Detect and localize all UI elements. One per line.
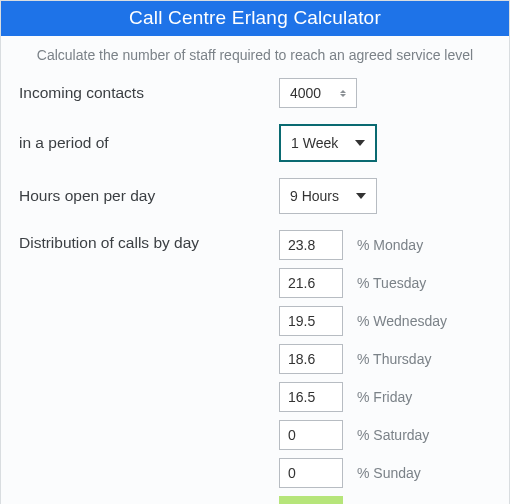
dist-suffix-monday: % Monday [357,237,423,253]
row-distribution: Distribution of calls by day % Monday % … [19,230,491,504]
label-incoming: Incoming contacts [19,84,279,102]
row-incoming: Incoming contacts 4000 [19,78,491,108]
label-hours: Hours open per day [19,187,279,205]
erlang-calculator-panel: Call Centre Erlang Calculator Calculate … [0,0,510,504]
dist-suffix-friday: % Friday [357,389,412,405]
dist-row-friday: % Friday [279,382,447,412]
dist-input-wednesday[interactable] [279,306,343,336]
chevron-down-icon [355,140,365,146]
dist-row-tuesday: % Tuesday [279,268,447,298]
dist-input-saturday[interactable] [279,420,343,450]
chevron-down-icon [356,193,366,199]
dist-row-monday: % Monday [279,230,447,260]
dist-suffix-sunday: % Sunday [357,465,421,481]
label-distribution: Distribution of calls by day [19,230,279,252]
dist-input-monday[interactable] [279,230,343,260]
dist-input-tuesday[interactable] [279,268,343,298]
dist-input-sunday[interactable] [279,458,343,488]
distribution-rows: % Monday % Tuesday % Wednesday % Thursda… [279,230,447,504]
dist-suffix-tuesday: % Tuesday [357,275,426,291]
dist-row-wednesday: % Wednesday [279,306,447,336]
hours-select[interactable]: 9 Hours [279,178,377,214]
dist-suffix-thursday: % Thursday [357,351,431,367]
period-select-value: 1 Week [291,135,338,151]
dist-row-total: 100 % Total [279,496,447,504]
dist-input-thursday[interactable] [279,344,343,374]
hours-select-value: 9 Hours [290,188,339,204]
row-period: in a period of 1 Week [19,124,491,162]
incoming-contacts-input[interactable]: 4000 [279,78,357,108]
dist-row-saturday: % Saturday [279,420,447,450]
period-select[interactable]: 1 Week [279,124,377,162]
incoming-contacts-value: 4000 [290,85,321,101]
panel-title: Call Centre Erlang Calculator [129,7,381,28]
dist-row-thursday: % Thursday [279,344,447,374]
panel-subtitle: Calculate the number of staff required t… [1,47,509,63]
label-period: in a period of [19,134,279,152]
number-spinner-icon[interactable] [340,86,350,100]
dist-suffix-saturday: % Saturday [357,427,429,443]
panel-header: Call Centre Erlang Calculator [1,1,509,36]
dist-total-box: 100 [279,496,343,504]
row-hours: Hours open per day 9 Hours [19,178,491,214]
dist-input-friday[interactable] [279,382,343,412]
form: Incoming contacts 4000 in a period of 1 … [1,78,509,504]
dist-suffix-wednesday: % Wednesday [357,313,447,329]
dist-row-sunday: % Sunday [279,458,447,488]
